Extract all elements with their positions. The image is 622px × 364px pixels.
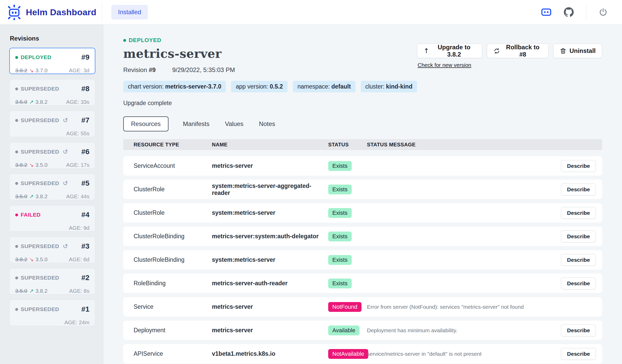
revision-card[interactable]: SUPERSEDED ↺ #6 3.8.2↘3.5.0 AGE: 17s: [9, 142, 95, 169]
revisions-sidebar: Revisions DEPLOYED #9 3.8.2↘3.7.0 AGE: 3…: [0, 25, 103, 364]
describe-button[interactable]: Describe: [561, 207, 596, 219]
revision-card[interactable]: DEPLOYED #9 3.8.2↘3.7.0 AGE: 3d: [9, 48, 95, 74]
status-badge: Available: [328, 326, 359, 335]
header-actions: [541, 5, 614, 20]
table-row: ClusterRole system:metrics-server-aggreg…: [123, 180, 602, 199]
meta-badges: chart version:metrics-server-3.7.0app ve…: [123, 81, 417, 92]
upgrade-button[interactable]: ↑ Upgrade to 3.8.2: [417, 44, 482, 58]
resource-type: ClusterRole: [134, 186, 212, 193]
revision-status-dot-icon: [15, 213, 18, 216]
revision-number: #5: [81, 179, 89, 187]
resource-name: metrics-server: [212, 303, 328, 310]
revision-versions: [15, 319, 19, 326]
bot-icon[interactable]: [541, 8, 551, 16]
table-header-row: RESOURCE TYPE NAME STATUS STATUS MESSAGE: [123, 139, 602, 150]
revision-card[interactable]: SUPERSEDED ↺ #3 3.8.2↘3.5.0 AGE: 6d: [9, 237, 95, 263]
trash-icon: [560, 48, 566, 54]
revision-status-dot-icon: [15, 119, 18, 122]
rollback-button[interactable]: Rollback to #8: [487, 44, 548, 58]
revision-status: SUPERSEDED ↺: [15, 180, 68, 187]
revision-card[interactable]: SUPERSEDED ↺ #7 AGE: 55s: [9, 111, 95, 137]
revision-number: #7: [81, 116, 89, 124]
revision-number: #9: [149, 66, 156, 73]
revision-status: SUPERSEDED ↺: [15, 243, 68, 250]
tab-values[interactable]: Values: [224, 117, 244, 131]
resource-name: metrics-server: [212, 162, 328, 169]
resource-name: metrics-server:system:auth-delegator: [212, 233, 328, 240]
col-status: STATUS: [328, 142, 367, 148]
describe-button[interactable]: Describe: [561, 325, 596, 336]
resource-name: metrics-server-auth-reader: [212, 280, 328, 287]
revision-card[interactable]: SUPERSEDED #2 3.5.0↗3.8.2 AGE: 8s: [9, 268, 95, 295]
resource-type: ClusterRole: [134, 209, 212, 216]
revision-number: #1: [81, 305, 89, 313]
revision-versions: 3.8.2↘3.5.0: [15, 256, 48, 263]
revision-age: AGE: 33s: [66, 99, 89, 105]
reconfigure-icon: ↺: [63, 243, 68, 250]
revision-number: #9: [81, 53, 89, 61]
revision-versions: 3.8.2↘3.5.0: [15, 162, 48, 168]
version-change-arrow-icon: ↘: [29, 162, 34, 168]
nav-tab-installed[interactable]: Installed: [111, 5, 148, 19]
status-message: Error from server (NotFound): services "…: [367, 304, 558, 310]
revision-status-dot-icon: [15, 56, 18, 59]
describe-button[interactable]: Describe: [561, 160, 596, 172]
revision-card[interactable]: SUPERSEDED #1 AGE: 24m: [9, 300, 95, 326]
check-new-version-link[interactable]: Check for new version: [418, 62, 471, 68]
describe-button[interactable]: Describe: [561, 278, 596, 289]
revision-card[interactable]: SUPERSEDED ↺ #5 3.5.0↗3.8.2 AGE: 44s: [9, 174, 95, 200]
revision-status: FAILED: [15, 212, 44, 218]
header-divider: [102, 3, 102, 22]
describe-button[interactable]: Describe: [561, 254, 596, 266]
revision-age: AGE: 9d: [69, 225, 89, 231]
revision-status: SUPERSEDED ↺: [15, 117, 68, 124]
revision-card[interactable]: SUPERSEDED #8 3.5.0↗3.8.2 AGE: 33s: [9, 79, 95, 106]
revision-number: #6: [81, 148, 89, 156]
col-resource-type: RESOURCE TYPE: [134, 142, 212, 148]
revision-card[interactable]: FAILED #4 AGE: 9d: [9, 205, 95, 232]
resources-table: RESOURCE TYPE NAME STATUS STATUS MESSAGE…: [123, 139, 602, 363]
describe-button[interactable]: Describe: [561, 184, 596, 195]
revision-versions: 3.8.2↘3.7.0: [15, 67, 48, 74]
resource-type: RoleBinding: [134, 280, 212, 287]
release-detail: DEPLOYED metrics-server Revision #9 9/29…: [103, 25, 622, 364]
describe-button[interactable]: Describe: [561, 231, 596, 242]
resource-type: APIService: [134, 350, 212, 357]
revision-number: #4: [81, 211, 89, 219]
revision-status-dot-icon: [15, 276, 18, 279]
power-icon[interactable]: [599, 8, 608, 17]
table-row: Service metrics-server NotFound Error fr…: [123, 297, 602, 316]
uninstall-button[interactable]: Uninstall: [553, 44, 602, 58]
meta-badge: cluster:kind-kind: [361, 81, 417, 92]
version-change-arrow-icon: ↗: [29, 193, 34, 200]
revision-versions: 3.5.0↗3.8.2: [15, 288, 48, 294]
resource-type: Deployment: [134, 327, 212, 334]
revision-age: AGE: 55s: [66, 130, 89, 137]
top-bar: Helm Dashboard Installed: [0, 0, 622, 25]
tab-manifests[interactable]: Manifests: [182, 117, 211, 131]
status-badge: Exists: [328, 185, 352, 194]
table-row: RoleBinding metrics-server-auth-reader E…: [123, 274, 602, 293]
table-row: ServiceAccount metrics-server Exists Des…: [123, 156, 602, 176]
revision-versions: 3.5.0↗3.8.2: [15, 99, 48, 105]
status-badge: NotAvailable: [328, 349, 368, 359]
app-title: Helm Dashboard: [26, 7, 96, 17]
table-row: ClusterRoleBinding metrics-server:system…: [123, 227, 602, 246]
github-icon[interactable]: [564, 7, 574, 17]
describe-button[interactable]: Describe: [561, 348, 596, 360]
release-timestamp: 9/29/2022, 5:35:03 PM: [172, 66, 235, 74]
tab-resources[interactable]: Resources: [123, 116, 168, 131]
resource-name: system:metrics-server-aggregated-reader: [212, 183, 328, 196]
revision-versions: [15, 225, 19, 231]
reconfigure-icon: ↺: [63, 148, 68, 155]
meta-badge: chart version:metrics-server-3.7.0: [123, 81, 226, 92]
release-status: DEPLOYED: [123, 37, 417, 44]
revision-age: AGE: 24m: [64, 319, 89, 326]
status-message: Deployment has minimum availability.: [367, 327, 558, 334]
tab-notes[interactable]: Notes: [258, 117, 276, 131]
resource-name: metrics-server: [212, 327, 328, 334]
revision-status: DEPLOYED: [15, 54, 55, 60]
brand: Helm Dashboard: [6, 4, 102, 20]
status-dot-icon: [123, 39, 126, 42]
table-row: ClusterRole system:metrics-server Exists…: [123, 203, 602, 223]
